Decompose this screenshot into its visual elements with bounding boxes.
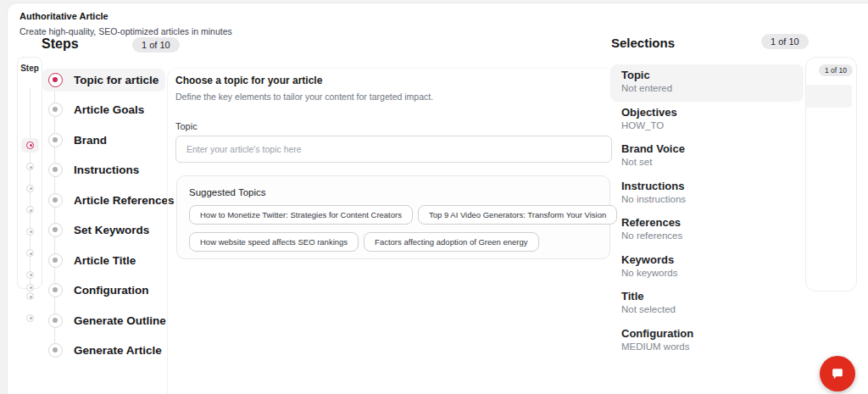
step-label: Instructions: [74, 164, 139, 176]
mini-step-dot-icon[interactable]: [26, 142, 34, 149]
suggested-topic-chip[interactable]: Top 9 AI Video Generators: Transform You…: [418, 205, 617, 225]
step-circle-icon: [48, 193, 63, 208]
mini-step-dot-icon[interactable]: [26, 292, 34, 300]
mini-step-dot-icon[interactable]: [26, 249, 34, 257]
step-label: Article Goals: [74, 103, 144, 116]
step-item-instructions[interactable]: Instructions: [42, 155, 177, 186]
step-label: Generate Article: [74, 344, 162, 357]
selection-item-objectives[interactable]: Objectives HOW_TO: [610, 102, 804, 139]
page-subtitle: Create high-quality, SEO-optimized artic…: [19, 26, 232, 36]
chat-launcher-button[interactable]: [820, 356, 855, 391]
mini-step-dot-icon[interactable]: [26, 163, 34, 170]
step-circle-icon: [48, 283, 63, 297]
side-panel-highlight-block: [806, 85, 852, 108]
selection-title: Keywords: [621, 253, 804, 266]
selection-value: Not selected: [621, 304, 804, 314]
selection-item-instructions[interactable]: Instructions No instructions: [610, 175, 804, 213]
selection-item-references[interactable]: References No references: [610, 212, 804, 249]
selection-value: Not set: [621, 157, 804, 167]
step-label: Article References: [74, 194, 175, 207]
selection-title: Objectives: [621, 106, 804, 119]
step-circle-icon: [48, 133, 63, 147]
suggested-topics-card: Suggested Topics How to Monetize Twitter…: [176, 175, 610, 259]
selections-progress-badge: 1 of 10: [761, 34, 809, 49]
step-label: Set Keywords: [74, 224, 149, 236]
selection-item-keywords[interactable]: Keywords No keywords: [610, 249, 804, 286]
selection-value: No references: [621, 230, 804, 241]
step-label: Generate Outline: [74, 314, 166, 327]
step-circle-icon: [48, 223, 63, 237]
selection-value: Not entered: [621, 83, 804, 93]
steps-progress-badge: 1 of 10: [132, 37, 180, 53]
section-heading: Choose a topic for your article: [175, 75, 322, 86]
step-circle-icon: [48, 314, 63, 328]
side-panel-progress-badge: 1 of 10: [819, 64, 853, 76]
speech-bubble-icon: [829, 365, 846, 382]
step-item-goals[interactable]: Article Goals: [42, 95, 177, 125]
step-item-brand[interactable]: Brand: [42, 125, 177, 156]
mini-step-dot-icon[interactable]: [26, 206, 34, 214]
topic-input[interactable]: [175, 136, 612, 163]
mini-stepper-rail: Step: [17, 57, 42, 289]
step-label: Article Title: [74, 254, 136, 267]
selection-value: MEDIUM words: [621, 341, 804, 352]
selection-title: Configuration: [621, 327, 804, 340]
mini-step-dot-icon[interactable]: [26, 185, 34, 192]
step-item-title[interactable]: Article Title: [42, 246, 177, 276]
section-description: Define the key elements to tailor your c…: [175, 92, 433, 102]
selection-item-brand-voice[interactable]: Brand Voice Not set: [610, 138, 804, 175]
step-item-references[interactable]: Article References: [42, 186, 177, 216]
mini-step-dot-icon[interactable]: [26, 284, 34, 291]
suggested-topic-chip[interactable]: Factors affecting adoption of Green ener…: [364, 232, 538, 252]
clipped-side-panel: 1 of 10: [805, 57, 857, 291]
page-title: Authoritative Article: [19, 11, 108, 21]
step-circle-icon: [48, 73, 63, 87]
selection-value: No instructions: [621, 194, 804, 204]
selections-heading: Selections: [611, 36, 675, 50]
step-circle-icon: [48, 343, 63, 358]
selection-value: No keywords: [621, 268, 804, 278]
selection-title: Topic: [621, 69, 804, 81]
selection-value: HOW_TO: [621, 120, 804, 130]
steps-heading: Steps: [42, 36, 79, 52]
topic-field-label: Topic: [175, 121, 198, 131]
selection-title: Title: [621, 290, 804, 302]
selections-list: Topic Not entered Objectives HOW_TO Bran…: [610, 64, 804, 359]
steps-list: Topic for article Article Goals Brand In…: [42, 65, 177, 366]
selection-item-title[interactable]: Title Not selected: [610, 286, 804, 323]
suggested-topic-chip[interactable]: How website speed affects SEO rankings: [189, 232, 359, 252]
selection-title: Instructions: [621, 180, 804, 192]
mini-stepper-label: Step: [18, 64, 42, 73]
mini-step-dot-icon[interactable]: [26, 314, 34, 322]
mini-step-dot-icon[interactable]: [26, 271, 34, 279]
step-label: Topic for article: [74, 74, 159, 86]
selection-title: Brand Voice: [621, 142, 804, 155]
suggested-topics-row: How website speed affects SEO rankings F…: [189, 232, 598, 252]
selection-item-configuration[interactable]: Configuration MEDIUM words: [610, 323, 804, 360]
step-circle-icon: [48, 163, 63, 177]
step-circle-icon: [48, 103, 63, 117]
step-item-keywords[interactable]: Set Keywords: [42, 215, 177, 246]
suggested-topics-heading: Suggested Topics: [189, 187, 598, 197]
app-card: Authoritative Article Create high-qualit…: [7, 3, 868, 394]
step-circle-icon: [48, 253, 63, 268]
step-item-generate-article[interactable]: Generate Article: [42, 336, 177, 366]
selection-title: References: [621, 216, 804, 229]
selection-item-topic[interactable]: Topic Not entered: [610, 64, 804, 102]
step-label: Brand: [74, 134, 107, 147]
step-item-generate-outline[interactable]: Generate Outline: [42, 306, 177, 336]
step-label: Configuration: [74, 284, 148, 297]
step-item-configuration[interactable]: Configuration: [42, 275, 177, 306]
suggested-topic-chip[interactable]: How to Monetize Twitter: Strategies for …: [189, 205, 413, 225]
suggested-topics-row: How to Monetize Twitter: Strategies for …: [189, 205, 598, 225]
mini-step-dot-icon[interactable]: [26, 228, 34, 236]
step-item-topic[interactable]: Topic for article: [42, 65, 177, 96]
